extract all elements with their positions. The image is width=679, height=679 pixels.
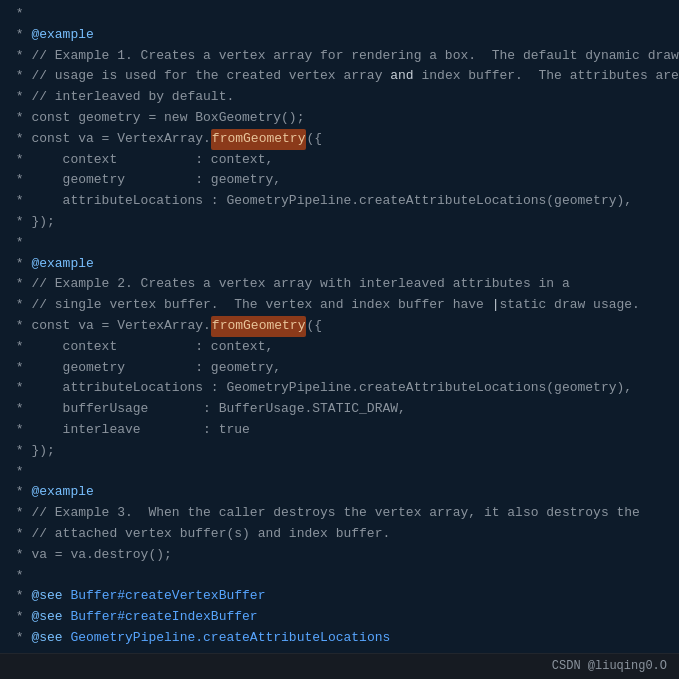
line-2: * @example xyxy=(0,25,679,46)
tag-see-2: @see xyxy=(31,607,62,628)
comment-text: * xyxy=(8,25,31,46)
comment-text: * xyxy=(8,482,31,503)
comment-text: * xyxy=(8,586,31,607)
comment-text: * xyxy=(8,233,24,254)
comment-text xyxy=(63,628,71,649)
line-24: * @example xyxy=(0,482,679,503)
comment-text xyxy=(63,586,71,607)
comment-text xyxy=(63,607,71,628)
comment-text: * geometry : geometry, xyxy=(8,358,281,379)
highlight-fromGeometry-1: fromGeometry xyxy=(211,129,307,150)
comment-text: * const va = VertexArray. xyxy=(8,129,211,150)
comment-text: * // Example 2. Creates a vertex array w… xyxy=(8,274,570,295)
comment-text: * // Example 3. When the caller destroys… xyxy=(8,503,640,524)
comment-text: * // interleaved by default. xyxy=(8,87,234,108)
comment-text: * context : context, xyxy=(8,337,273,358)
line-26: * // attached vertex buffer(s) and index… xyxy=(0,524,679,545)
line-7: * const va = VertexArray.fromGeometry({ xyxy=(0,129,679,150)
line-10: * attributeLocations : GeometryPipeline.… xyxy=(0,191,679,212)
line-8: * context : context, xyxy=(0,150,679,171)
comment-text: * xyxy=(8,462,24,483)
line-29: * @see Buffer#createVertexBuffer xyxy=(0,586,679,607)
tag-example-1: @example xyxy=(31,25,93,46)
line-3: * // Example 1. Creates a vertex array f… xyxy=(0,46,679,67)
tag-see-3: @see xyxy=(31,628,62,649)
comment-text: * bufferUsage : BufferUsage.STATIC_DRAW, xyxy=(8,399,406,420)
comment-text: * }); xyxy=(8,212,55,233)
line-30: * @see Buffer#createIndexBuffer xyxy=(0,607,679,628)
comment-text: * const geometry = new BoxGeometry(); xyxy=(8,108,304,129)
tag-example-3: @example xyxy=(31,482,93,503)
comment-text: * xyxy=(8,566,24,587)
comment-text: * attributeLocations : GeometryPipeline.… xyxy=(8,378,632,399)
line-28: * xyxy=(0,566,679,587)
comment-text: * geometry : geometry, xyxy=(8,170,281,191)
comment-text: ({ xyxy=(306,129,322,150)
comment-text: * xyxy=(8,628,31,649)
comment-text: * // attached vertex buffer(s) and index… xyxy=(8,524,390,545)
line-21: * interleave : true xyxy=(0,420,679,441)
line-17: * context : context, xyxy=(0,337,679,358)
line-4: * // usage is used for the created verte… xyxy=(0,66,679,87)
bottom-bar: CSDN @liuqing0.O xyxy=(0,653,679,679)
line-23: * xyxy=(0,462,679,483)
line-19: * attributeLocations : GeometryPipeline.… xyxy=(0,378,679,399)
line-13: * @example xyxy=(0,254,679,275)
comment-text: * context : context, xyxy=(8,150,273,171)
comment-text: * // single vertex buffer. The vertex an… xyxy=(8,295,492,316)
tag-example-2: @example xyxy=(31,254,93,275)
comment-text: * xyxy=(8,607,31,628)
line-16: * const va = VertexArray.fromGeometry({ xyxy=(0,316,679,337)
comment-text: * const va = VertexArray. xyxy=(8,316,211,337)
comment-text: * xyxy=(8,4,24,25)
cursor-text: | xyxy=(492,295,500,316)
comment-text: * // usage is used for the created verte… xyxy=(8,66,679,87)
see-link-3: GeometryPipeline.createAttributeLocation… xyxy=(70,628,390,649)
line-5: * // interleaved by default. xyxy=(0,87,679,108)
bottom-bar-label: CSDN @liuqing0.O xyxy=(552,657,667,676)
line-20: * bufferUsage : BufferUsage.STATIC_DRAW, xyxy=(0,399,679,420)
line-11: * }); xyxy=(0,212,679,233)
line-9: * geometry : geometry, xyxy=(0,170,679,191)
line-15: * // single vertex buffer. The vertex an… xyxy=(0,295,679,316)
line-18: * geometry : geometry, xyxy=(0,358,679,379)
comment-text: static draw usage. xyxy=(500,295,640,316)
line-14: * // Example 2. Creates a vertex array w… xyxy=(0,274,679,295)
comment-text: ({ xyxy=(306,316,322,337)
line-22: * }); xyxy=(0,441,679,462)
comment-text: * va = va.destroy(); xyxy=(8,545,172,566)
line-25: * // Example 3. When the caller destroys… xyxy=(0,503,679,524)
line-27: * va = va.destroy(); xyxy=(0,545,679,566)
line-31: * @see GeometryPipeline.createAttributeL… xyxy=(0,628,679,649)
line-12: * xyxy=(0,233,679,254)
comment-text: * // Example 1. Creates a vertex array f… xyxy=(8,46,679,67)
code-editor: * * @example * // Example 1. Creates a v… xyxy=(0,0,679,679)
line-1: * xyxy=(0,4,679,25)
tag-see-1: @see xyxy=(31,586,62,607)
comment-text: * xyxy=(8,254,31,275)
highlight-fromGeometry-2: fromGeometry xyxy=(211,316,307,337)
comment-text: * }); xyxy=(8,441,55,462)
see-link-2: Buffer#createIndexBuffer xyxy=(70,607,257,628)
comment-text: * interleave : true xyxy=(8,420,250,441)
comment-text: * attributeLocations : GeometryPipeline.… xyxy=(8,191,632,212)
see-link-1: Buffer#createVertexBuffer xyxy=(70,586,265,607)
line-6: * const geometry = new BoxGeometry(); xyxy=(0,108,679,129)
